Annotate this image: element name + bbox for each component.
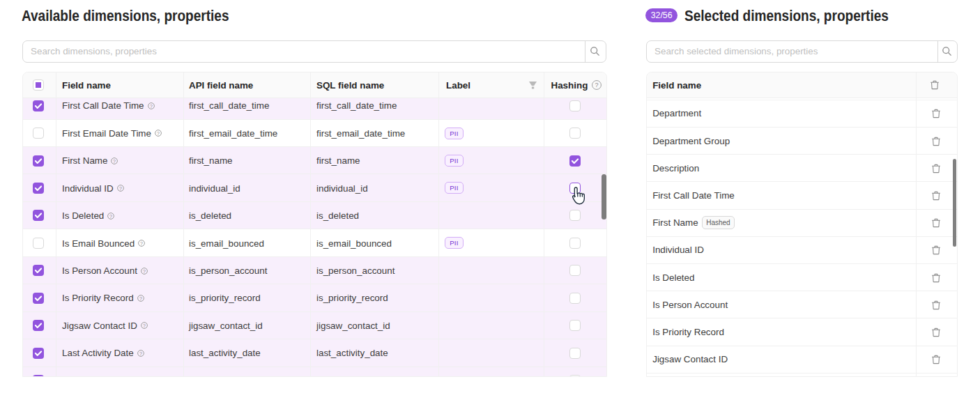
svg-text:?: ? bbox=[139, 295, 142, 300]
svg-text:?: ? bbox=[143, 323, 146, 328]
svg-text:?: ? bbox=[114, 158, 116, 163]
svg-text:?: ? bbox=[139, 350, 142, 355]
svg-text:?: ? bbox=[150, 103, 153, 108]
svg-text:?: ? bbox=[157, 131, 160, 136]
svg-text:?: ? bbox=[143, 268, 146, 273]
svg-text:?: ? bbox=[119, 186, 122, 191]
svg-text:?: ? bbox=[140, 241, 143, 246]
svg-text:?: ? bbox=[595, 82, 598, 88]
svg-text:?: ? bbox=[109, 213, 112, 218]
